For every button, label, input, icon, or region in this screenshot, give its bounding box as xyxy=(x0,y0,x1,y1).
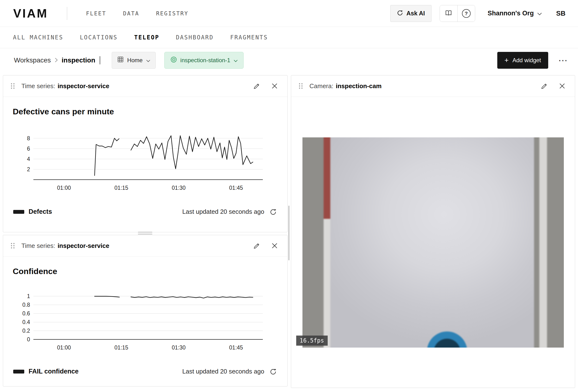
add-widget-button[interactable]: + Add widget xyxy=(497,52,548,69)
chart-title: Confidence xyxy=(13,267,287,276)
edit-widget-button[interactable] xyxy=(253,82,260,90)
ask-ai-label: Ask AI xyxy=(406,10,425,17)
breadcrumb-chevron-icon xyxy=(55,56,58,64)
last-updated-text: Last updated 20 seconds ago xyxy=(182,368,264,375)
svg-text:01:15: 01:15 xyxy=(114,185,128,191)
svg-text:8: 8 xyxy=(27,135,30,142)
last-updated: Last updated 20 seconds ago xyxy=(182,208,277,215)
timeseries-widget-confidence: Time series: inspector-service Confidenc… xyxy=(3,235,288,387)
close-widget-button[interactable] xyxy=(559,83,565,89)
header-divider xyxy=(67,7,67,20)
svg-text:01:30: 01:30 xyxy=(172,344,186,351)
camera-feed: 16.5fps xyxy=(302,137,564,347)
legend-label: Defects xyxy=(29,208,52,215)
ask-ai-icon xyxy=(397,10,403,17)
workspace-menu-button[interactable]: ⋯ xyxy=(558,56,567,65)
refresh-button[interactable] xyxy=(270,368,277,375)
red-marker-stripe xyxy=(324,137,330,219)
org-name: Shannon's Org xyxy=(488,10,534,17)
widget-service-name: inspector-service xyxy=(58,82,109,90)
location-selector[interactable]: Home xyxy=(112,52,156,69)
location-label: Home xyxy=(127,57,143,64)
tab-dashboard[interactable]: DASHBOARD xyxy=(176,34,214,41)
drag-handle-icon[interactable] xyxy=(10,83,15,89)
nav-registry[interactable]: REGISTRY xyxy=(156,10,189,17)
row-resize-handle[interactable] xyxy=(138,231,152,236)
header-right: Ask AI ? Shannon's Org xyxy=(390,5,566,22)
timeseries-widget-defects: Time series: inspector-service Defective… xyxy=(3,75,288,232)
svg-text:0.4: 0.4 xyxy=(22,319,30,325)
svg-text:0: 0 xyxy=(27,336,30,343)
docs-button[interactable] xyxy=(440,5,457,22)
last-updated-text: Last updated 20 seconds ago xyxy=(182,208,264,215)
svg-text:2: 2 xyxy=(27,166,30,172)
widget-actions xyxy=(253,242,278,249)
widget-type-label: Camera: xyxy=(309,82,334,90)
close-widget-button[interactable] xyxy=(271,243,278,249)
tab-all-machines[interactable]: ALL MACHINES xyxy=(13,34,63,41)
user-avatar[interactable]: SB xyxy=(556,10,566,17)
widget-service-name: inspector-service xyxy=(58,242,109,249)
breadcrumb-workspaces[interactable]: Workspaces xyxy=(14,56,51,64)
last-updated: Last updated 20 seconds ago xyxy=(182,368,277,375)
nav-data[interactable]: DATA xyxy=(123,10,139,17)
help-button[interactable]: ? xyxy=(457,5,475,22)
tab-fragments[interactable]: FRAGMENTS xyxy=(230,34,268,41)
can-lid-center xyxy=(434,339,461,347)
tab-locations[interactable]: LOCATIONS xyxy=(80,34,117,41)
camera-widget: Camera: inspection-cam xyxy=(291,75,575,388)
question-icon: ? xyxy=(462,9,471,18)
teleop-canvas: Time series: inspector-service Defective… xyxy=(0,72,578,392)
text-caret xyxy=(100,56,100,64)
add-widget-label: Add widget xyxy=(512,57,541,64)
top-header: VIAM FLEET DATA REGISTRY Ask AI xyxy=(0,0,578,27)
svg-text:6: 6 xyxy=(27,146,30,152)
machine-status-icon xyxy=(170,56,177,64)
legend-swatch xyxy=(13,370,24,374)
chevron-down-icon xyxy=(146,57,150,64)
viam-logo[interactable]: VIAM xyxy=(13,6,48,20)
svg-text:4: 4 xyxy=(27,156,30,162)
edit-widget-button[interactable] xyxy=(541,82,548,90)
close-widget-button[interactable] xyxy=(271,83,278,89)
svg-text:01:00: 01:00 xyxy=(57,185,71,191)
defects-chart: 246801:0001:1501:3001:45 xyxy=(17,129,269,195)
workspace-toolbar: Workspaces inspection Home xyxy=(0,48,578,72)
legend-swatch xyxy=(13,210,24,214)
tab-teleop[interactable]: TELEOP xyxy=(134,34,159,41)
chevron-down-icon xyxy=(537,10,542,17)
refresh-button[interactable] xyxy=(270,208,277,215)
primary-nav: FLEET DATA REGISTRY xyxy=(86,10,188,17)
camera-scene xyxy=(302,137,564,347)
help-icon-group: ? xyxy=(440,5,475,22)
legend-label: FAIL confidence xyxy=(29,368,79,375)
fps-badge: 16.5fps xyxy=(296,336,328,346)
edit-widget-button[interactable] xyxy=(253,242,260,249)
svg-text:1: 1 xyxy=(27,293,30,299)
drag-handle-icon[interactable] xyxy=(298,83,303,89)
widget-title: Time series: inspector-service xyxy=(21,82,109,90)
svg-text:0.8: 0.8 xyxy=(22,302,30,308)
chart-legend: Defects Last updated 20 seconds ago xyxy=(13,208,277,215)
widget-header: Time series: inspector-service xyxy=(3,235,287,256)
widget-title: Camera: inspection-cam xyxy=(309,82,382,90)
column-resize-handle[interactable] xyxy=(288,206,289,260)
camera-frame xyxy=(302,137,564,347)
conveyor-left-rail xyxy=(302,137,324,347)
breadcrumb: Workspaces inspection xyxy=(14,56,100,64)
nav-fleet[interactable]: FLEET xyxy=(86,10,106,17)
ask-ai-button[interactable]: Ask AI xyxy=(390,5,432,22)
widget-title: Time series: inspector-service xyxy=(21,242,109,249)
svg-text:01:30: 01:30 xyxy=(172,185,186,191)
machine-label: inspection-station-1 xyxy=(180,57,230,64)
svg-text:01:15: 01:15 xyxy=(114,344,128,351)
chart-title: Defective cans per minute xyxy=(13,107,287,116)
workspace-name-field[interactable]: inspection xyxy=(62,56,95,64)
right-guide-stripe xyxy=(539,137,547,347)
drag-handle-icon[interactable] xyxy=(10,242,15,249)
svg-text:01:45: 01:45 xyxy=(229,344,243,351)
org-switcher[interactable]: Shannon's Org xyxy=(488,10,542,17)
widget-type-label: Time series: xyxy=(21,82,55,90)
location-grid-icon xyxy=(117,56,124,64)
machine-selector[interactable]: inspection-station-1 xyxy=(164,52,243,69)
